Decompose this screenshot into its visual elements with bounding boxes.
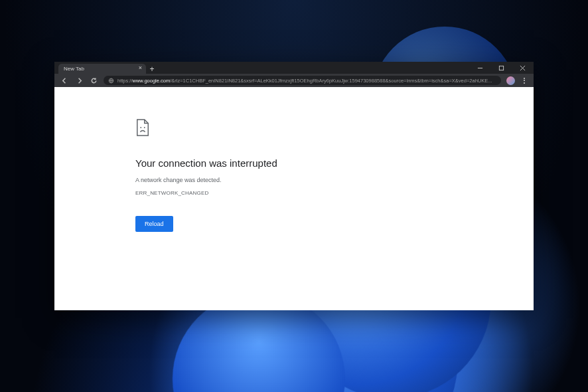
globe-icon [108, 78, 114, 84]
svg-rect-1 [499, 66, 503, 70]
error-title: Your connection was interrupted [135, 157, 441, 169]
sad-file-icon [135, 119, 441, 139]
network-error-block: Your connection was interrupted A networ… [135, 119, 441, 232]
error-subtitle: A network change was detected. [135, 177, 441, 183]
window-maximize-button[interactable] [495, 62, 507, 74]
url-path: /&rlz=1C1CHBF_enIN821IN821&sxsrf=ALeKk01… [170, 78, 492, 84]
maximize-icon [498, 65, 504, 71]
window-close-button[interactable] [516, 62, 528, 74]
tab-title: New Tab [64, 66, 84, 72]
titlebar-drag-region[interactable] [158, 62, 474, 74]
url-host: www.google.com [133, 78, 171, 84]
nav-back-button[interactable] [60, 76, 69, 85]
tab-close-icon[interactable]: × [139, 65, 142, 71]
arrow-left-icon [61, 77, 68, 84]
browser-menu-button[interactable] [520, 78, 528, 84]
plus-icon: + [149, 64, 154, 74]
browser-tab[interactable]: New Tab × [58, 64, 146, 74]
omnibox-url: https://www.google.com/&rlz=1C1CHBF_enIN… [117, 78, 492, 84]
close-icon [520, 65, 526, 71]
nav-reload-button[interactable] [89, 76, 98, 85]
address-bar: https://www.google.com/&rlz=1C1CHBF_enIN… [54, 74, 534, 87]
error-code: ERR_NETWORK_CHANGED [135, 190, 441, 196]
svg-point-7 [140, 127, 141, 128]
url-scheme: https:// [117, 78, 133, 84]
nav-forward-button[interactable] [74, 76, 84, 85]
profile-avatar[interactable] [506, 76, 515, 85]
browser-window: New Tab × + [54, 62, 534, 310]
omnibox[interactable]: https://www.google.com/&rlz=1C1CHBF_enIN… [104, 76, 501, 85]
kebab-dot-icon [524, 78, 525, 79]
titlebar[interactable]: New Tab × + [54, 62, 534, 74]
arrow-right-icon [76, 77, 83, 84]
window-minimize-button[interactable] [474, 62, 486, 74]
svg-point-8 [144, 127, 145, 128]
minimize-icon [477, 65, 483, 71]
window-controls [474, 62, 534, 74]
reload-icon [90, 77, 98, 84]
kebab-dot-icon [524, 80, 525, 81]
new-tab-button[interactable]: + [146, 64, 158, 74]
kebab-dot-icon [524, 82, 525, 84]
desktop-wallpaper: New Tab × + [0, 0, 588, 392]
page-content: Your connection was interrupted A networ… [54, 87, 534, 310]
reload-button[interactable]: Reload [135, 216, 173, 232]
